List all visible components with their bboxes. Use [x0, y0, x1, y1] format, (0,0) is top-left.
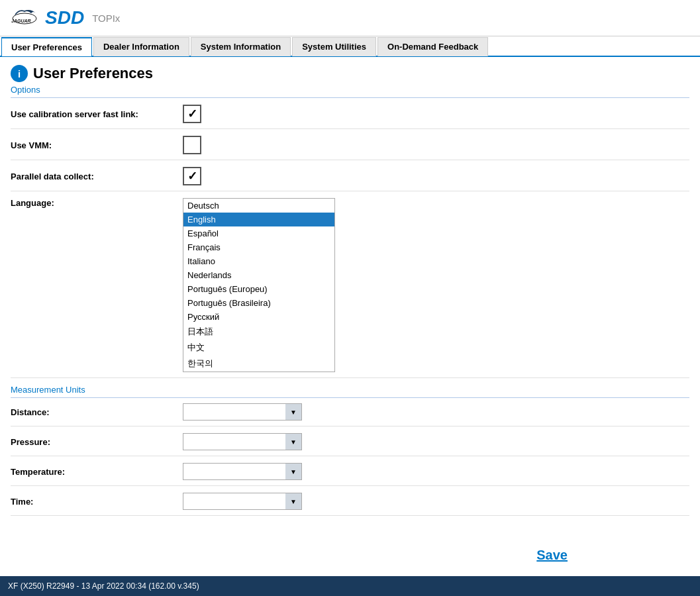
options-label: Options — [11, 85, 689, 98]
time-row: Time: ▼ — [11, 493, 689, 516]
language-option-english[interactable]: English — [183, 213, 334, 226]
language-option-portugues-europeu[interactable]: Português (Europeu) — [183, 282, 334, 296]
save-button[interactable]: Save — [536, 548, 568, 563]
time-dropdown-arrow: ▼ — [285, 493, 301, 509]
app-header: JAGUAR SDD TOPIx — [0, 0, 700, 36]
tab-on-demand-feedback[interactable]: On-Demand Feedback — [377, 37, 488, 56]
language-option-russian[interactable]: Русский — [183, 310, 334, 324]
language-select-box[interactable]: Deutsch English Español Français Italian… — [183, 198, 335, 372]
time-select[interactable]: ▼ — [183, 493, 302, 510]
parallel-data-collect-row: Parallel data collect: — [11, 167, 689, 191]
use-vmm-checkbox[interactable] — [183, 136, 201, 154]
pressure-label: Pressure: — [11, 437, 183, 447]
use-vmm-row: Use VMM: — [11, 136, 689, 160]
calibration-server-checkbox[interactable] — [183, 105, 201, 123]
language-option-nederlands[interactable]: Nederlands — [183, 268, 334, 282]
language-label: Language: — [11, 198, 183, 208]
language-option-portugues-brasileira[interactable]: Português (Brasileira) — [183, 296, 334, 310]
main-content: i User Preferences Options Use calibrati… — [0, 57, 700, 576]
footer-text: XF (X250) R22949 - 13 Apr 2022 00:34 (16… — [8, 581, 199, 591]
time-control: ▼ — [183, 493, 302, 510]
language-option-korean[interactable]: 한국의 — [183, 356, 334, 372]
topix-label: TOPIx — [92, 13, 120, 24]
footer: XF (X250) R22949 - 13 Apr 2022 00:34 (16… — [0, 576, 700, 596]
temperature-label: Temperature: — [11, 467, 183, 477]
temperature-select[interactable]: ▼ — [183, 463, 302, 480]
temperature-control: ▼ — [183, 463, 302, 480]
language-row: Language: Deutsch English Español França… — [11, 198, 689, 378]
distance-select[interactable]: ▼ — [183, 403, 302, 421]
parallel-data-collect-control — [183, 167, 201, 185]
measurement-units-header: Measurement Units — [11, 385, 689, 398]
tab-user-preferences[interactable]: User Preferences — [1, 37, 92, 56]
language-option-francais[interactable]: Français — [183, 240, 334, 254]
language-option-italiano[interactable]: Italiano — [183, 254, 334, 268]
distance-row: Distance: ▼ — [11, 403, 689, 426]
language-option-chinese[interactable]: 中文 — [183, 340, 334, 356]
parallel-data-collect-label: Parallel data collect: — [11, 172, 183, 181]
svg-text:JAGUAR: JAGUAR — [11, 19, 31, 23]
distance-label: Distance: — [11, 407, 183, 417]
info-icon: i — [11, 65, 28, 82]
parallel-data-collect-checkbox[interactable] — [183, 167, 201, 185]
pressure-select[interactable]: ▼ — [183, 433, 302, 450]
language-dropdown-container: Deutsch English Español Français Italian… — [183, 198, 335, 372]
calibration-server-control — [183, 105, 201, 123]
page-title-row: i User Preferences — [11, 65, 689, 82]
language-option-espanol[interactable]: Español — [183, 226, 334, 240]
temperature-row: Temperature: ▼ — [11, 463, 689, 486]
pressure-dropdown-arrow: ▼ — [285, 434, 301, 450]
tab-system-information[interactable]: System Information — [191, 37, 291, 56]
calibration-server-label: Use calibration server fast link: — [11, 109, 183, 119]
sdd-logo: SDD — [45, 7, 84, 28]
tab-dealer-information[interactable]: Dealer Information — [93, 37, 189, 56]
language-option-japanese[interactable]: 日本語 — [183, 324, 334, 340]
use-vmm-control — [183, 136, 201, 154]
jaguar-logo: JAGUAR — [8, 5, 41, 30]
tab-system-utilities[interactable]: System Utilities — [292, 37, 376, 56]
pressure-control: ▼ — [183, 433, 302, 450]
nav-tabs: User Preferences Dealer Information Syst… — [0, 36, 700, 57]
language-option-deutsch[interactable]: Deutsch — [183, 199, 334, 213]
use-vmm-label: Use VMM: — [11, 140, 183, 150]
jaguar-logo-wrap: JAGUAR — [8, 5, 45, 30]
calibration-server-row: Use calibration server fast link: — [11, 105, 689, 129]
time-label: Time: — [11, 497, 183, 507]
temperature-dropdown-arrow: ▼ — [285, 464, 301, 479]
distance-dropdown-arrow: ▼ — [285, 404, 301, 420]
distance-control: ▼ — [183, 403, 302, 421]
pressure-row: Pressure: ▼ — [11, 433, 689, 456]
page-title: User Preferences — [33, 65, 153, 82]
